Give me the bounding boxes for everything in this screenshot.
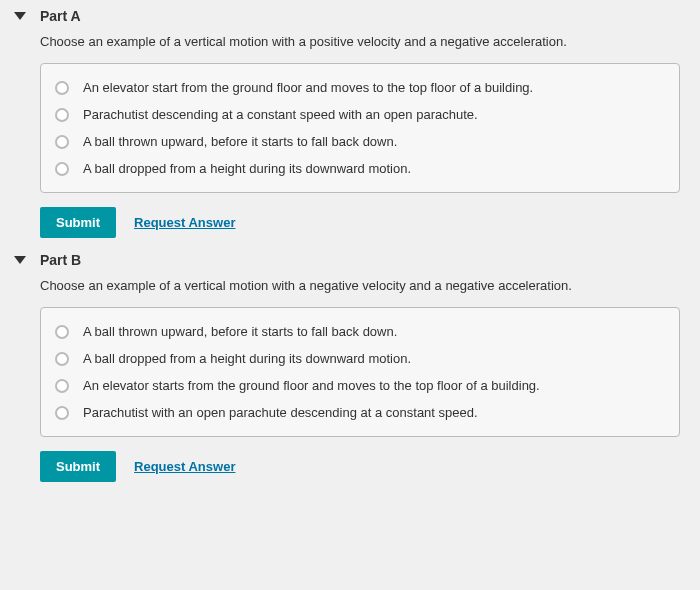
part-a-section: Part A Choose an example of a vertical m… bbox=[40, 8, 680, 238]
part-a-actions: Submit Request Answer bbox=[40, 207, 680, 238]
part-a-title: Part A bbox=[40, 8, 81, 24]
radio-icon[interactable] bbox=[55, 352, 69, 366]
radio-icon[interactable] bbox=[55, 406, 69, 420]
radio-icon[interactable] bbox=[55, 81, 69, 95]
radio-icon[interactable] bbox=[55, 108, 69, 122]
part-b-title: Part B bbox=[40, 252, 81, 268]
part-b-prompt: Choose an example of a vertical motion w… bbox=[40, 278, 680, 293]
option-label: A ball dropped from a height during its … bbox=[83, 351, 411, 366]
option-label: An elevator start from the ground floor … bbox=[83, 80, 533, 95]
part-b-header[interactable]: Part B bbox=[40, 252, 680, 268]
collapse-icon bbox=[14, 12, 26, 20]
option-row[interactable]: A ball dropped from a height during its … bbox=[55, 345, 665, 372]
option-row[interactable]: An elevator start from the ground floor … bbox=[55, 74, 665, 101]
option-row[interactable]: Parachutist with an open parachute desce… bbox=[55, 399, 665, 426]
submit-button[interactable]: Submit bbox=[40, 451, 116, 482]
radio-icon[interactable] bbox=[55, 162, 69, 176]
radio-icon[interactable] bbox=[55, 379, 69, 393]
option-label: A ball thrown upward, before it starts t… bbox=[83, 324, 397, 339]
option-label: Parachutist with an open parachute desce… bbox=[83, 405, 478, 420]
option-label: A ball thrown upward, before it starts t… bbox=[83, 134, 397, 149]
option-label: Parachutist descending at a constant spe… bbox=[83, 107, 478, 122]
part-b-options: A ball thrown upward, before it starts t… bbox=[40, 307, 680, 437]
option-row[interactable]: A ball dropped from a height during its … bbox=[55, 155, 665, 182]
option-label: A ball dropped from a height during its … bbox=[83, 161, 411, 176]
quiz-container: Part A Choose an example of a vertical m… bbox=[0, 0, 700, 590]
option-row[interactable]: A ball thrown upward, before it starts t… bbox=[55, 318, 665, 345]
option-row[interactable]: An elevator starts from the ground floor… bbox=[55, 372, 665, 399]
part-a-prompt: Choose an example of a vertical motion w… bbox=[40, 34, 680, 49]
radio-icon[interactable] bbox=[55, 135, 69, 149]
radio-icon[interactable] bbox=[55, 325, 69, 339]
part-b-actions: Submit Request Answer bbox=[40, 451, 680, 482]
option-label: An elevator starts from the ground floor… bbox=[83, 378, 540, 393]
part-b-section: Part B Choose an example of a vertical m… bbox=[40, 252, 680, 482]
submit-button[interactable]: Submit bbox=[40, 207, 116, 238]
option-row[interactable]: A ball thrown upward, before it starts t… bbox=[55, 128, 665, 155]
part-a-options: An elevator start from the ground floor … bbox=[40, 63, 680, 193]
collapse-icon bbox=[14, 256, 26, 264]
request-answer-link[interactable]: Request Answer bbox=[134, 459, 235, 474]
part-a-header[interactable]: Part A bbox=[40, 8, 680, 24]
request-answer-link[interactable]: Request Answer bbox=[134, 215, 235, 230]
option-row[interactable]: Parachutist descending at a constant spe… bbox=[55, 101, 665, 128]
